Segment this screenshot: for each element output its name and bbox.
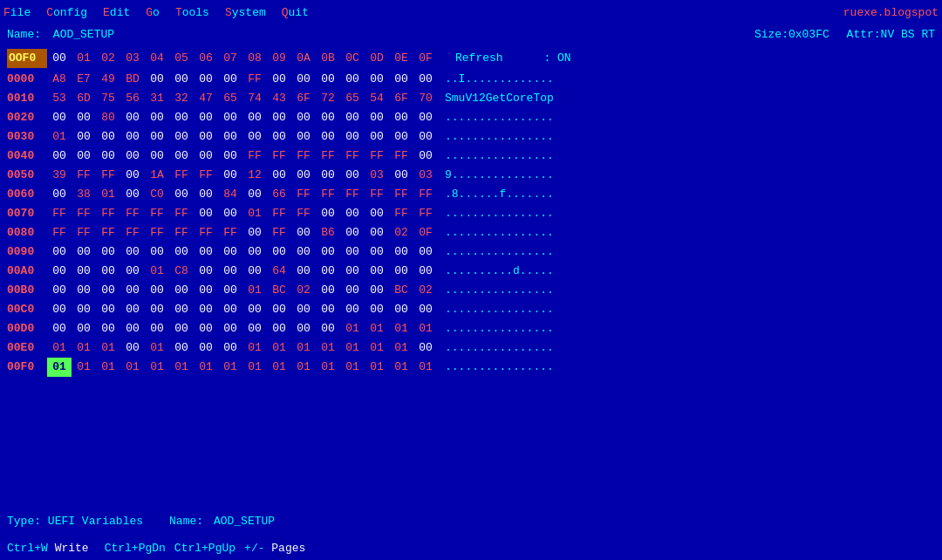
menubar: File Config Edit Go Tools System Quit ru… xyxy=(0,0,942,24)
cmd-pages[interactable]: +/- Pages xyxy=(244,542,312,555)
table-row: 0010 53 6D 75 56 31 32 47 65 74 43 6F 72… xyxy=(7,89,935,108)
infobar: Name: AOD_SETUP Size:0x03FC Attr:NV BS R… xyxy=(0,24,942,49)
infobar-right: Size:0x03FC Attr:NV BS RT xyxy=(754,28,935,45)
header-hex: 00 01 02 03 04 05 06 07 08 09 0A 0B 0C 0… xyxy=(47,49,438,68)
table-row: 0030 01 00 00 00 00 00 00 00 00 00 00 00… xyxy=(7,127,935,147)
table-row: 0060 00 38 01 00 C0 00 00 84 00 66 FF FF… xyxy=(7,185,935,204)
statusbar: Type: UEFI Variables Name: AOD_SETUP xyxy=(0,509,942,532)
type-label: Type: UEFI Variables xyxy=(7,515,143,528)
infobar-left: Name: AOD_SETUP xyxy=(7,28,114,45)
website-label: ruexe.blogspot xyxy=(843,6,939,19)
cursor-cell[interactable]: 01 xyxy=(47,358,72,377)
table-row: 0000 A8 E7 49 BD 00 00 00 00 FF 00 00 00… xyxy=(7,70,935,89)
name-value: AOD_SETUP xyxy=(53,28,114,41)
table-row: 0090 00 00 00 00 00 00 00 00 00 00 00 00… xyxy=(7,242,935,262)
menu-edit[interactable]: Edit xyxy=(103,6,130,19)
table-row: 00B0 00 00 00 00 00 00 00 00 01 BC 02 00… xyxy=(7,281,935,300)
name-status: Name: AOD_SETUP xyxy=(169,515,275,528)
hex-header-row: OOF0 00 01 02 03 04 05 06 07 08 09 0A 0B… xyxy=(7,49,935,68)
menu-go[interactable]: Go xyxy=(146,6,160,19)
table-row: 0040 00 00 00 00 00 00 00 00 FF FF FF FF… xyxy=(7,147,935,166)
header-ascii: Refresh : ON xyxy=(455,49,571,68)
size-label: Size:0x03FC xyxy=(754,28,829,41)
cmd-pgup[interactable]: Ctrl+PgUp xyxy=(174,542,236,555)
cmd-write[interactable]: Ctrl+W Write xyxy=(7,542,96,555)
header-addr: OOF0 xyxy=(7,49,47,68)
menu-tools[interactable]: Tools xyxy=(175,6,209,19)
table-row: 0020 00 00 80 00 00 00 00 00 00 00 00 00… xyxy=(7,108,935,127)
cmdbar: Ctrl+W Write Ctrl+PgDn Ctrl+PgUp +/- Pag… xyxy=(0,536,942,560)
table-row: 00F0 01 01 01 01 01 01 01 01 01 01 01 01… xyxy=(7,358,935,377)
menu-file[interactable]: File xyxy=(3,6,31,19)
menu-quit[interactable]: Quit xyxy=(282,6,309,19)
table-row: 00D0 00 00 00 00 00 00 00 00 00 00 00 00… xyxy=(7,319,935,338)
menu-config[interactable]: Config xyxy=(46,6,87,19)
menu-system[interactable]: System xyxy=(225,6,266,19)
hex-editor: OOF0 00 01 02 03 04 05 06 07 08 09 0A 0B… xyxy=(0,49,942,377)
table-row: 0080 FF FF FF FF FF FF FF FF 00 FF 00 B6… xyxy=(7,223,935,242)
table-row: 00C0 00 00 00 00 00 00 00 00 00 00 00 00… xyxy=(7,300,935,319)
table-row: 00A0 00 00 00 00 01 C8 00 00 00 64 00 00… xyxy=(7,262,935,281)
name-label: Name: xyxy=(7,28,41,41)
table-row: 0070 FF FF FF FF FF FF 00 00 01 FF FF 00… xyxy=(7,204,935,223)
attr-label: Attr:NV BS RT xyxy=(847,28,935,41)
table-row: 00E0 01 01 01 00 01 00 00 00 01 01 01 01… xyxy=(7,338,935,358)
cmd-pgdn[interactable]: Ctrl+PgDn xyxy=(105,542,166,555)
table-row: 0050 39 FF FF 00 1A FF FF 00 12 00 00 00… xyxy=(7,166,935,185)
